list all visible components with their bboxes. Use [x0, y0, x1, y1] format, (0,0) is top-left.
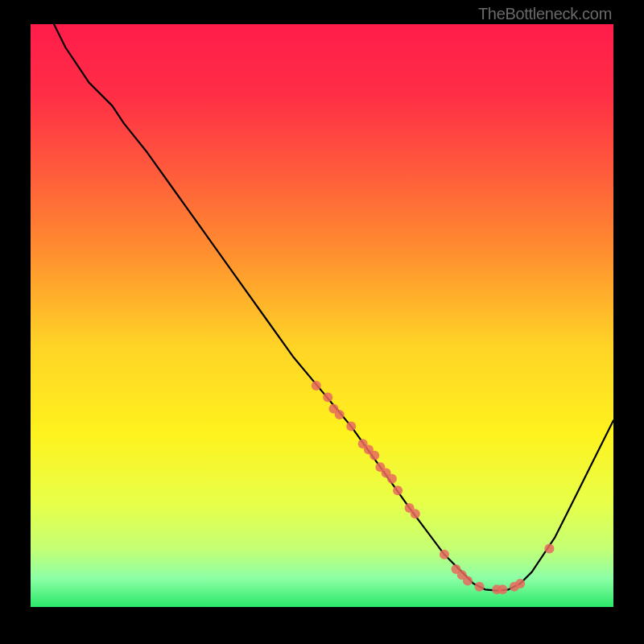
data-point [463, 576, 473, 585]
data-point [475, 582, 485, 592]
chart-stage: TheBottleneck.com [0, 0, 644, 644]
data-point [497, 584, 507, 594]
data-point [312, 381, 321, 390]
data-point [387, 474, 397, 484]
data-point [335, 410, 345, 419]
data-point [346, 422, 356, 431]
data-point [411, 509, 420, 518]
data-point [323, 392, 332, 402]
data-point [515, 579, 525, 588]
gradient-background [31, 24, 613, 607]
attribution-label: TheBottleneck.com [478, 5, 612, 23]
plot-svg [31, 24, 613, 607]
data-point [393, 485, 402, 495]
data-point [544, 544, 554, 554]
data-point [440, 550, 449, 559]
plot-area [31, 24, 613, 607]
data-point [369, 451, 379, 460]
